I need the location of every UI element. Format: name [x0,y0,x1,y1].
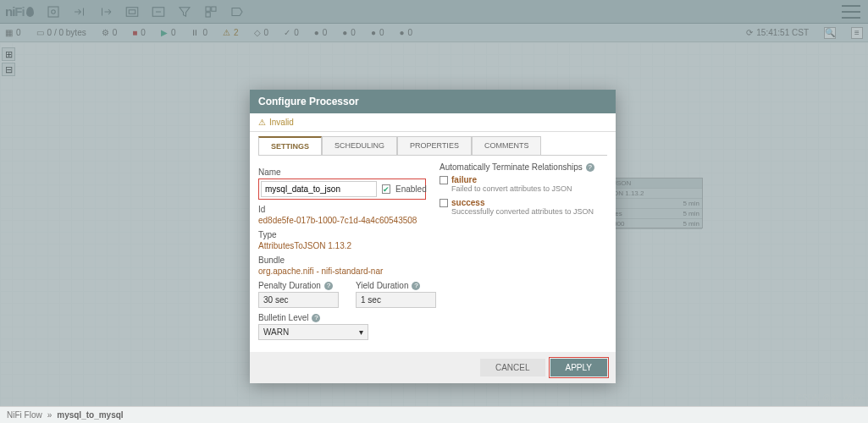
tab-properties[interactable]: PROPERTIES [397,136,472,155]
yield-label: Yield Duration? [356,281,436,290]
relationship-item: success Successfully converted attribute… [440,198,607,216]
yield-input[interactable]: 1 sec [356,292,436,308]
breadcrumb-bar: NiFi Flow » mysql_to_mysql [0,406,868,423]
breadcrumb-current[interactable]: mysql_to_mysql [57,410,123,420]
chevron-down-icon: ▾ [359,327,363,337]
help-icon[interactable]: ? [312,314,320,322]
bundle-value: org.apache.nifi - nifi-standard-nar [258,266,426,276]
configure-processor-dialog: Configure Processor ⚠ Invalid SETTINGS S… [250,90,616,383]
rel-checkbox[interactable] [440,199,448,207]
tab-body: Name ✔ Enabled Id ed8de5fe-017b-1000-7c1… [258,155,607,352]
rel-name: success [451,198,484,207]
relationships-title: Automatically Terminate Relationships? [440,162,607,172]
tab-comments[interactable]: COMMENTS [472,136,542,155]
name-label: Name [258,168,426,177]
penalty-input[interactable]: 30 sec [258,292,339,308]
left-column: Name ✔ Enabled Id ed8de5fe-017b-1000-7c1… [258,162,426,340]
cancel-button[interactable]: CANCEL [480,359,545,376]
rel-desc: Successfully converted attributes to JSO… [451,207,607,216]
dialog-status: ⚠ Invalid [250,113,616,132]
help-icon[interactable]: ? [586,163,594,172]
help-icon[interactable]: ? [412,282,420,290]
dialog-footer: CANCEL APPLY [250,352,616,383]
enabled-label: Enabled [395,184,427,194]
watermark: CSDN @刘_0952 [796,393,863,404]
name-field-highlight: ✔ Enabled [258,179,426,200]
tab-scheduling[interactable]: SCHEDULING [322,136,397,155]
dialog-tabs: SETTINGS SCHEDULING PROPERTIES COMMENTS [250,132,616,155]
id-value: ed8de5fe-017b-1000-7c1d-4a4c60543508 [258,216,426,225]
penalty-label: Penalty Duration? [258,281,339,290]
status-text: Invalid [269,118,294,127]
rel-desc: Failed to convert attributes to JSON [451,184,607,193]
type-label: Type [258,230,426,239]
enabled-checkbox[interactable]: ✔ [382,184,390,194]
tab-settings[interactable]: SETTINGS [258,136,322,155]
right-column: Automatically Terminate Relationships? f… [440,162,607,340]
bulletin-select[interactable]: WARN▾ [258,324,368,340]
help-icon[interactable]: ? [324,282,333,290]
warn-icon: ⚠ [258,118,266,127]
rel-checkbox[interactable] [440,176,448,184]
type-value: AttributesToJSON 1.13.2 [258,241,426,250]
id-label: Id [258,205,426,214]
apply-button[interactable]: APPLY [550,359,608,376]
rel-name: failure [451,175,477,184]
processor-name-input[interactable] [261,181,377,197]
bundle-label: Bundle [258,255,426,265]
relationship-item: failure Failed to convert attributes to … [440,175,607,193]
breadcrumb-root[interactable]: NiFi Flow [7,410,42,420]
bulletin-label: Bulletin Level? [258,313,426,322]
breadcrumb-sep: » [47,410,53,420]
dialog-title: Configure Processor [250,90,616,113]
